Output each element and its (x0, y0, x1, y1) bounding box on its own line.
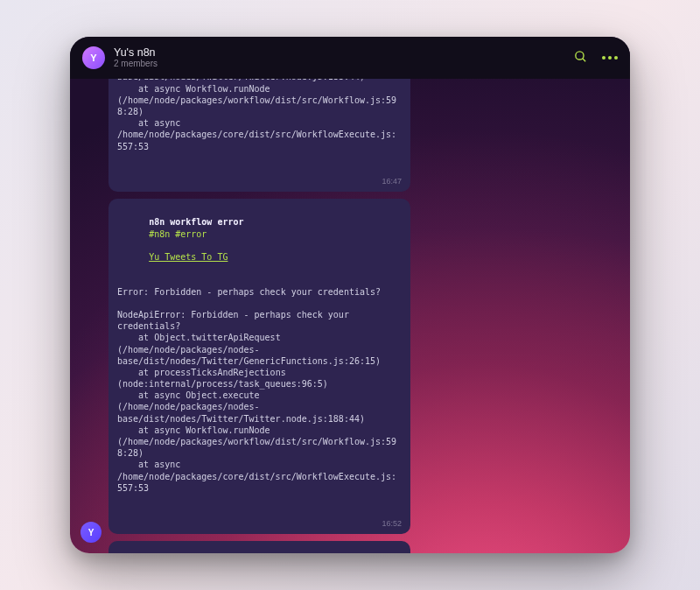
search-icon[interactable] (573, 49, 588, 67)
message-bubble[interactable]: n8n workflow error #n8n #error Yu Tweets… (108, 541, 410, 554)
message-time: 16:47 (382, 177, 402, 187)
chat-header: Y Yu's n8n 2 members (70, 37, 630, 79)
sender-avatar-letter: Y (88, 528, 94, 537)
svg-line-1 (583, 58, 585, 60)
header-text-block[interactable]: Yu's n8n 2 members (114, 46, 564, 69)
header-avatar[interactable]: Y (82, 46, 105, 69)
sender-avatar[interactable]: Y (80, 522, 102, 543)
message-link[interactable]: Yu Tweets To TG (149, 252, 228, 262)
chat-subtitle: 2 members (114, 59, 564, 69)
chat-window: Y Yu's n8n 2 members base/dist/nodes/Twi… (70, 37, 630, 553)
message-body: base/dist/nodes/Twitter/Twitter.node.js:… (117, 79, 402, 152)
message-bubble[interactable]: base/dist/nodes/Twitter/Twitter.node.js:… (108, 79, 410, 192)
header-actions (573, 49, 618, 67)
header-avatar-letter: Y (90, 53, 96, 63)
message-time: 16:52 (382, 519, 402, 530)
message-tags: #n8n #error (149, 229, 206, 239)
chat-title: Yu's n8n (114, 46, 564, 59)
more-icon[interactable] (602, 56, 618, 60)
chat-body[interactable]: base/dist/nodes/Twitter/Twitter.node.js:… (70, 79, 630, 553)
svg-point-0 (576, 51, 584, 59)
message-title: n8n workflow error (149, 217, 243, 227)
message-bubble[interactable]: n8n workflow error #n8n #error Yu Tweets… (108, 199, 410, 533)
message-body: Error: Forbidden - perhaps check your cr… (117, 274, 402, 494)
